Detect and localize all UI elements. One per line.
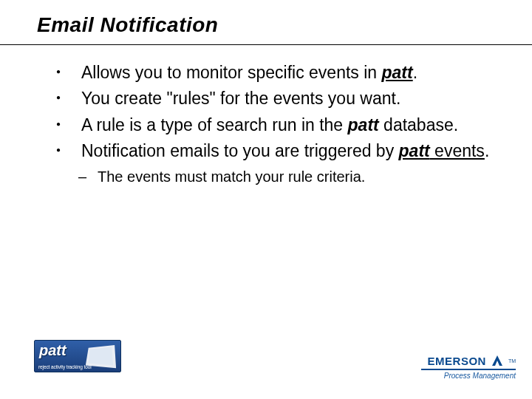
patt-logo-text: patt bbox=[39, 342, 66, 359]
bullet-item: Allows you to monitor specific events in… bbox=[52, 62, 510, 83]
bullet-emph: patt bbox=[399, 141, 430, 160]
emerson-divider bbox=[421, 369, 516, 370]
emerson-subtext: Process Management bbox=[415, 372, 516, 380]
bullet-item: Notification emails to you are triggered… bbox=[52, 140, 510, 162]
patt-logo: patt reject activity tracking tool bbox=[34, 340, 121, 372]
trademark-symbol: TM bbox=[508, 358, 516, 364]
bullet-emph: patt bbox=[348, 115, 379, 134]
bullet-text: Allows you to monitor specific events in bbox=[81, 63, 382, 82]
bullet-text: Notification emails to you are triggered… bbox=[81, 141, 399, 160]
bullet-text: You create "rules" for the events you wa… bbox=[81, 89, 400, 108]
emerson-mark-icon bbox=[491, 354, 504, 367]
sub-bullet-text: The events must match your rule criteria… bbox=[98, 168, 365, 185]
bullet-text: database. bbox=[379, 115, 458, 134]
bullet-item: You create "rules" for the events you wa… bbox=[52, 88, 510, 109]
slide-title: Email Notification bbox=[37, 13, 532, 37]
emerson-top-row: EMERSON TM bbox=[415, 354, 516, 367]
emerson-logo: EMERSON TM Process Management bbox=[415, 354, 516, 380]
bullet-text: events bbox=[430, 141, 485, 160]
sub-bullet-list: The events must match your rule criteria… bbox=[52, 167, 510, 187]
content-area: Allows you to monitor specific events in… bbox=[0, 37, 532, 187]
svg-marker-1 bbox=[89, 347, 113, 366]
sub-bullet-item: The events must match your rule criteria… bbox=[52, 167, 510, 187]
bullet-text: . bbox=[413, 63, 417, 82]
bullet-list: Allows you to monitor specific events in… bbox=[52, 62, 510, 163]
patt-logo-tagline: reject activity tracking tool bbox=[38, 364, 92, 369]
bullet-item: A rule is a type of search run in the pa… bbox=[52, 115, 510, 136]
bullet-text: . bbox=[485, 141, 489, 160]
title-wrap: Email Notification bbox=[0, 0, 532, 37]
bullet-text: A rule is a type of search run in the bbox=[81, 115, 348, 134]
emerson-name: EMERSON bbox=[428, 355, 486, 367]
title-underline bbox=[0, 44, 532, 45]
slide: Email Notification Allows you to monitor… bbox=[0, 0, 532, 399]
bullet-emph: patt bbox=[382, 63, 413, 82]
